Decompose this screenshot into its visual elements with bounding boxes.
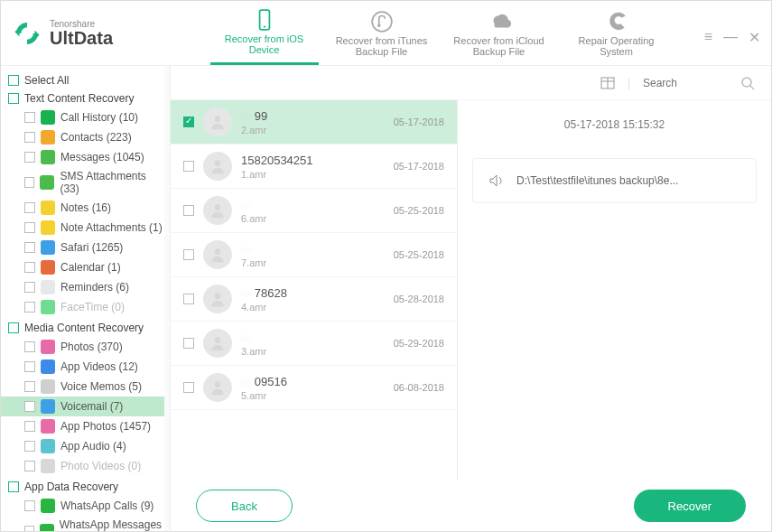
tab-icon <box>370 10 394 33</box>
side-item[interactable]: Photos (370) <box>1 337 170 357</box>
list-row[interactable]: ···992.amr05-17-2018 <box>171 100 457 145</box>
side-item[interactable]: Reminders (6) <box>1 277 170 297</box>
checkbox[interactable] <box>24 500 35 511</box>
side-item[interactable]: Calendar (1) <box>1 257 170 277</box>
category-icon <box>41 379 55 394</box>
checkbox[interactable] <box>24 177 34 188</box>
select-all[interactable]: Select All <box>1 71 170 89</box>
side-item[interactable]: App Audio (4) <box>1 436 170 456</box>
side-item[interactable]: Contacts (223) <box>1 127 170 147</box>
checkbox[interactable] <box>8 322 19 333</box>
back-button[interactable]: Back <box>196 490 293 522</box>
checkbox[interactable] <box>24 262 35 273</box>
side-item[interactable]: Note Attachments (1) <box>1 218 170 238</box>
side-group-head[interactable]: Text Content Recovery <box>1 89 170 107</box>
side-item[interactable]: Safari (1265) <box>1 238 170 257</box>
side-item[interactable]: Messages (1045) <box>1 147 170 167</box>
checkbox[interactable] <box>24 132 35 143</box>
search-box[interactable] <box>643 76 755 90</box>
side-group-head[interactable]: App Data Recovery <box>1 478 170 496</box>
checkbox[interactable] <box>24 112 35 123</box>
recover-button[interactable]: Recover <box>634 490 746 522</box>
side-item[interactable]: Voice Memos (5) <box>1 377 170 397</box>
side-item[interactable]: App Photos (1457) <box>1 416 170 436</box>
top-tab-2[interactable]: Recover from iCloud Backup File <box>445 1 553 65</box>
search-input[interactable] <box>643 77 733 89</box>
avatar-icon <box>203 240 232 269</box>
checkbox[interactable] <box>8 75 19 86</box>
checkbox[interactable] <box>24 202 35 213</box>
close-icon[interactable]: ✕ <box>749 29 760 46</box>
checkbox[interactable] <box>24 421 35 432</box>
checkbox[interactable] <box>24 381 35 392</box>
checkbox[interactable] <box>183 338 194 349</box>
row-sub: 2.amr <box>241 125 385 135</box>
search-icon <box>740 76 755 90</box>
svg-point-11 <box>215 116 221 122</box>
category-icon <box>40 524 54 531</box>
side-item[interactable]: WhatsApp Calls (9) <box>1 496 170 516</box>
checkbox[interactable] <box>24 222 35 233</box>
top-tab-3[interactable]: Repair Operating System <box>563 1 671 65</box>
side-item[interactable]: Voicemail (7) <box>1 397 170 416</box>
row-sub: 1.amr <box>241 169 385 180</box>
columns-icon[interactable] <box>600 76 615 90</box>
category-icon <box>41 150 55 164</box>
detail-path-box: D:\Test\testfile\itunes backup\8e... <box>472 158 757 203</box>
avatar-icon <box>203 373 232 402</box>
list-row[interactable]: ···095165.amr06-08-2018 <box>171 366 457 410</box>
sidebar: Select All Text Content RecoveryCall His… <box>1 66 171 531</box>
svg-point-15 <box>215 293 221 299</box>
checkbox[interactable] <box>24 282 35 293</box>
checkbox[interactable] <box>24 441 35 452</box>
side-item[interactable]: Photo Videos (0) <box>1 456 170 476</box>
category-icon <box>41 240 55 255</box>
list-row[interactable]: ···7.amr05-25-2018 <box>171 233 457 277</box>
category-icon <box>41 201 55 215</box>
checkbox[interactable] <box>183 294 194 304</box>
side-item-label: Calendar (1) <box>60 261 121 274</box>
top-tab-0[interactable]: Recover from iOS Device <box>210 1 319 65</box>
svg-marker-1 <box>35 30 40 39</box>
row-date: 05-25-2018 <box>394 249 444 260</box>
side-item[interactable]: SMS Attachments (33) <box>1 167 170 198</box>
checkbox[interactable] <box>24 461 35 471</box>
sound-icon <box>488 172 506 190</box>
checkbox[interactable] <box>24 401 35 412</box>
checkbox[interactable] <box>8 481 19 492</box>
avatar-icon <box>203 152 232 181</box>
checkbox[interactable] <box>183 117 194 127</box>
category-icon <box>40 175 54 190</box>
side-item[interactable]: App Videos (12) <box>1 357 170 377</box>
list-row[interactable]: ···786284.amr05-28-2018 <box>171 277 457 322</box>
top-tab-1[interactable]: Recover from iTunes Backup File <box>328 1 436 65</box>
checkbox[interactable] <box>183 249 194 260</box>
category-icon <box>41 110 55 125</box>
side-item[interactable]: Call History (10) <box>1 107 170 127</box>
minimize-icon[interactable]: — <box>723 29 738 45</box>
checkbox[interactable] <box>24 526 34 531</box>
list-row[interactable]: ···6.amr05-25-2018 <box>171 189 457 233</box>
checkbox[interactable] <box>24 341 35 352</box>
side-item-label: Call History (10) <box>60 111 138 124</box>
checkbox[interactable] <box>24 361 35 372</box>
side-group-head[interactable]: Media Content Recovery <box>1 319 170 337</box>
category-icon <box>41 300 55 314</box>
side-item[interactable]: WhatsApp Messages (5) <box>1 516 170 531</box>
category-icon <box>41 260 55 275</box>
hamburger-icon[interactable]: ≡ <box>704 29 712 45</box>
side-item[interactable]: Notes (16) <box>1 198 170 218</box>
tab-icon <box>605 10 628 33</box>
checkbox[interactable] <box>8 93 19 104</box>
checkbox[interactable] <box>24 152 35 163</box>
list-row[interactable]: 158205342511.amr05-17-2018 <box>171 145 457 189</box>
side-item[interactable]: FaceTime (0) <box>1 297 170 317</box>
avatar-icon <box>203 285 232 313</box>
list-row[interactable]: ···3.amr05-29-2018 <box>171 322 457 366</box>
checkbox[interactable] <box>24 302 35 313</box>
checkbox[interactable] <box>183 205 194 216</box>
checkbox[interactable] <box>183 382 194 393</box>
side-item-label: Voice Memos (5) <box>60 380 142 393</box>
checkbox[interactable] <box>24 242 35 253</box>
checkbox[interactable] <box>183 161 194 172</box>
